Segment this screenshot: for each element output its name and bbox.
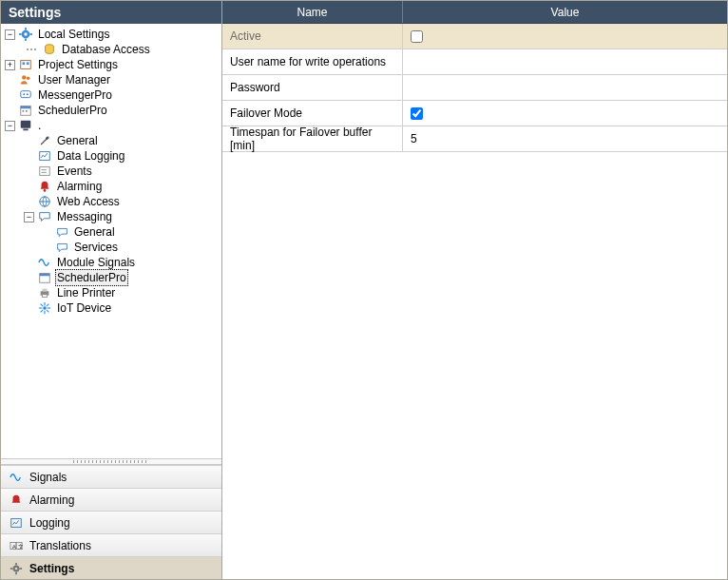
cell-name-text: Timespan for Failover buffer [min] — [230, 126, 394, 152]
tree-label: MessengerPro — [36, 87, 114, 103]
cell-value-text: 5 — [411, 132, 417, 145]
tree-label: Services — [72, 240, 120, 255]
svg-point-32 — [43, 306, 47, 310]
column-header-value-text: Value — [551, 6, 580, 19]
tree-node-events[interactable]: Events — [3, 164, 220, 179]
tree-node-alarming[interactable]: Alarming — [3, 179, 220, 194]
tree-node-local-settings[interactable]: − Local Settings — [3, 27, 220, 42]
cell-name: Password — [222, 75, 403, 100]
tree-node-schedulerpro-top[interactable]: SchedulerPro — [3, 103, 220, 118]
active-checkbox[interactable] — [411, 30, 423, 43]
row-timespan[interactable]: Timespan for Failover buffer [min] 5 — [222, 126, 727, 152]
calendar-icon — [37, 270, 52, 285]
svg-rect-17 — [23, 110, 25, 112]
users-icon — [18, 72, 33, 87]
nav-label: Logging — [29, 516, 70, 530]
column-header-value[interactable]: Value — [403, 1, 727, 23]
translations-icon: A文 — [9, 538, 24, 553]
speech-small-icon — [54, 240, 69, 255]
tree-node-project-settings[interactable]: + Project Settings — [3, 57, 220, 72]
left-panel: Settings − Local Settings ⋯ Database Acc… — [1, 1, 222, 579]
nav-label: Signals — [29, 471, 67, 484]
svg-rect-12 — [21, 91, 31, 98]
calendar-icon — [18, 103, 33, 118]
tree-label: Events — [55, 164, 94, 179]
tree-node-user-manager[interactable]: User Manager — [3, 72, 220, 87]
panel-title-text: Settings — [9, 5, 61, 20]
nav-label: Translations — [29, 539, 91, 552]
database-icon — [42, 42, 57, 57]
tree-node-general[interactable]: General — [3, 133, 220, 148]
expander-minus-icon[interactable]: − — [5, 29, 15, 40]
svg-line-39 — [47, 304, 49, 307]
tree-node-data-logging[interactable]: Data Logging — [3, 148, 220, 164]
settings-tree[interactable]: − Local Settings ⋯ Database Access + Pro… — [1, 24, 221, 458]
cell-name: Failover Mode — [222, 101, 403, 126]
tree-label: Database Access — [60, 42, 152, 57]
tree-node-module-signals[interactable]: Module Signals — [3, 255, 220, 270]
svg-line-38 — [47, 310, 49, 313]
row-password[interactable]: Password — [222, 75, 727, 101]
tree-node-web-access[interactable]: Web Access — [3, 194, 220, 209]
nav-item-settings[interactable]: Settings — [1, 556, 221, 579]
nav-item-translations[interactable]: A文 Translations — [1, 533, 221, 556]
cell-name-text: Failover Mode — [230, 106, 302, 120]
svg-rect-20 — [23, 129, 28, 131]
nav-label: Alarming — [29, 493, 74, 507]
tree-label: Project Settings — [36, 57, 120, 72]
cell-value[interactable] — [403, 75, 727, 100]
tree-node-messaging[interactable]: − Messaging — [3, 209, 220, 224]
svg-rect-28 — [40, 274, 50, 277]
tree-label: Data Logging — [55, 148, 126, 164]
nav-label: Settings — [29, 562, 74, 575]
gear-icon — [9, 561, 24, 576]
svg-point-47 — [15, 567, 18, 570]
svg-rect-18 — [26, 110, 28, 112]
cell-name-text: Password — [230, 81, 280, 94]
nav-item-alarming[interactable]: Alarming — [1, 488, 221, 511]
cell-name-text: User name for write operations — [230, 55, 386, 68]
svg-text:文: 文 — [18, 542, 23, 549]
column-header-name[interactable]: Name — [222, 1, 403, 23]
globe-icon — [37, 194, 52, 209]
expander-minus-icon[interactable]: − — [24, 212, 34, 222]
nav-item-signals[interactable]: Signals — [1, 465, 221, 488]
tree-node-database-access[interactable]: ⋯ Database Access — [3, 42, 220, 57]
svg-rect-41 — [11, 518, 22, 527]
row-user-write[interactable]: User name for write operations — [222, 49, 727, 75]
tree-node-iot-device[interactable]: IoT Device — [3, 300, 220, 316]
expander-plus-icon[interactable]: + — [5, 60, 15, 70]
splitter-grip[interactable] — [1, 458, 221, 465]
svg-point-13 — [23, 93, 25, 95]
svg-point-11 — [27, 77, 30, 81]
expander-minus-icon[interactable]: − — [5, 121, 15, 131]
right-panel: Name Value Active User name for write op… — [222, 1, 727, 579]
cell-name: User name for write operations — [222, 49, 403, 74]
cell-value — [403, 24, 727, 48]
tree-node-messaging-services[interactable]: Services — [3, 240, 220, 255]
tree-node-schedulerpro-selected[interactable]: SchedulerPro — [3, 270, 220, 285]
grid-body: Active User name for write operations Pa… — [222, 24, 727, 579]
cell-name: Active — [222, 24, 403, 48]
cell-value[interactable]: 5 — [403, 126, 727, 151]
row-active[interactable]: Active — [222, 24, 727, 49]
cell-value[interactable] — [403, 49, 727, 74]
tree-node-messaging-general[interactable]: General — [3, 224, 220, 240]
svg-line-40 — [41, 310, 44, 313]
tree-node-dot[interactable]: − . — [3, 118, 220, 133]
svg-rect-23 — [42, 169, 47, 170]
tree-node-line-printer[interactable]: Line Printer — [3, 285, 220, 300]
gear-blue-icon — [18, 27, 33, 42]
svg-rect-8 — [23, 62, 26, 65]
iot-icon — [37, 300, 52, 316]
tree-node-messengerpro[interactable]: MessengerPro — [3, 87, 220, 103]
tree-label: IoT Device — [55, 300, 113, 316]
bell-icon — [9, 493, 24, 508]
speech-icon — [37, 209, 52, 224]
nav-item-logging[interactable]: Logging — [1, 511, 221, 533]
row-failover-mode[interactable]: Failover Mode — [222, 101, 727, 126]
cell-name: Timespan for Failover buffer [min] — [222, 126, 403, 151]
failover-checkbox[interactable] — [411, 107, 423, 120]
signal-wave-icon — [9, 470, 24, 485]
svg-rect-30 — [42, 289, 47, 292]
